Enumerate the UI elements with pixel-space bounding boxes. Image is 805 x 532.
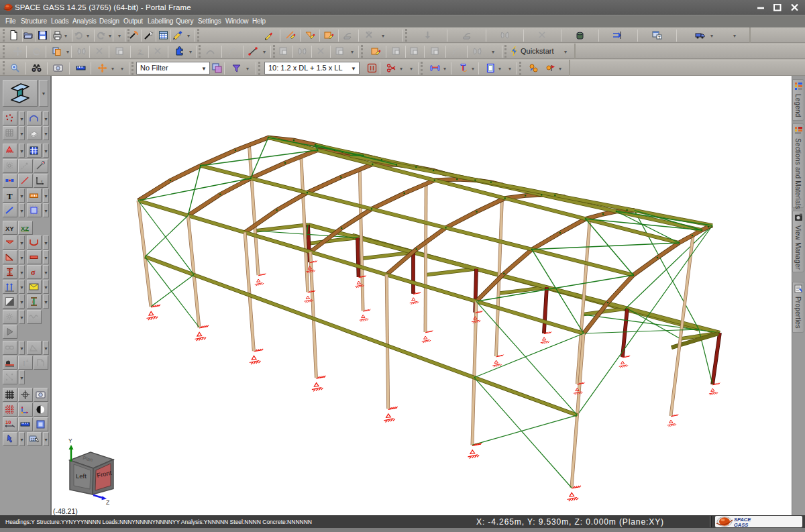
- svg-text:XZ: XZ: [21, 225, 29, 232]
- svg-text:T: T: [7, 191, 13, 201]
- svg-text:Z: Z: [106, 499, 109, 506]
- svg-text:10: 10: [5, 419, 11, 425]
- svg-text:GASS: GASS: [734, 522, 748, 527]
- svg-text:x: x: [41, 179, 43, 183]
- svg-text:T: T: [658, 36, 661, 40]
- svg-text:Left: Left: [76, 472, 87, 480]
- svg-text:σ: σ: [31, 268, 36, 277]
- svg-text:(-48.21): (-48.21): [53, 507, 78, 515]
- svg-text:Y: Y: [68, 437, 72, 444]
- svg-text:XY: XY: [5, 225, 14, 232]
- svg-text:4: 4: [26, 359, 29, 363]
- svg-text:I: I: [23, 359, 25, 367]
